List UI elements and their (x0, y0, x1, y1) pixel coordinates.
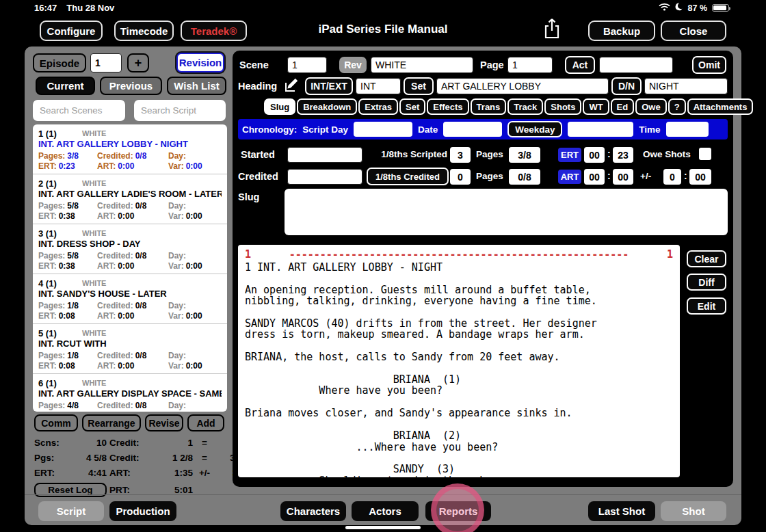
pages-label: Pages: (38, 351, 65, 360)
variance-minutes[interactable]: 0 (663, 169, 681, 185)
set-button[interactable]: Set (404, 77, 434, 95)
day-label: Day: (168, 401, 186, 410)
script-page-number-right: 1 (667, 249, 673, 261)
tab-wish-list[interactable]: Wish List (167, 77, 226, 95)
started-input[interactable] (287, 147, 362, 163)
ert-seconds[interactable]: 23 (613, 147, 633, 163)
weekday-button[interactable]: Weekday (507, 121, 562, 137)
tab-wt[interactable]: WT (583, 98, 609, 115)
tab-ed[interactable]: Ed (611, 98, 635, 115)
tab-current[interactable]: Current (36, 77, 95, 95)
tab-breakdown[interactable]: Breakdown (297, 98, 357, 115)
art-label: ART: (97, 161, 116, 171)
add-scene-button[interactable]: Add (187, 414, 224, 431)
chronology-label: Chronology: (242, 124, 297, 135)
credited-value: 0/8 (135, 301, 147, 310)
eighths-credited-value: 0 (450, 169, 471, 185)
eighths-credited-button[interactable]: 1/8ths Credited (367, 168, 449, 185)
day-night-button[interactable]: D/N (611, 77, 642, 95)
tab-trans[interactable]: Trans (471, 98, 507, 115)
tab-effects[interactable]: Effects (427, 98, 468, 115)
colon: : (607, 148, 611, 159)
edit-heading-pencil-icon[interactable] (283, 77, 300, 96)
production-nav-button[interactable]: Production (109, 501, 176, 521)
scene-color-input[interactable] (371, 57, 473, 73)
scene-number: 5 (1) (38, 328, 82, 338)
scene-list-item-1[interactable]: 1 (1)WHITE INT. ART GALLERY LOBBY - NIGH… (33, 124, 227, 174)
reports-nav-button[interactable]: Reports (425, 501, 491, 521)
characters-nav-button[interactable]: Characters (280, 501, 346, 521)
scene-number-input[interactable] (287, 57, 327, 73)
credited-label: Credited: (97, 151, 133, 161)
scene-list-item-4[interactable]: 4 (1)WHITE INT. SANDY'S HOUSE - LATER Pa… (33, 274, 227, 324)
int-ext-button[interactable]: INT/EXT (305, 77, 353, 95)
act-button[interactable]: Act (565, 56, 595, 74)
tab-track[interactable]: Track (507, 98, 543, 115)
rearrange-button[interactable]: Rearrange (82, 414, 141, 431)
act-input[interactable] (599, 57, 673, 73)
tab-slug[interactable]: Slug (264, 98, 295, 115)
day-night-input[interactable] (644, 78, 728, 94)
configure-button[interactable]: Configure (40, 21, 103, 41)
time-input[interactable] (666, 122, 709, 137)
revision-button[interactable]: Revision (176, 53, 224, 72)
int-ext-input[interactable] (356, 78, 401, 94)
scene-list-item-3[interactable]: 3 (1)WHITE INT. DRESS SHOP - DAY Pages:5… (33, 224, 227, 274)
edit-button[interactable]: Edit (687, 297, 726, 315)
last-shot-nav-button[interactable]: Last Shot (588, 501, 655, 521)
owe-shots-checkbox[interactable] (699, 148, 711, 160)
plus-minus-sign: +/- (196, 468, 213, 478)
close-button[interactable]: Close (661, 21, 726, 41)
set-name-input[interactable] (436, 78, 609, 94)
actors-nav-button[interactable]: Actors (352, 501, 419, 521)
scene-list[interactable]: 1 (1)WHITE INT. ART GALLERY LOBBY - NIGH… (33, 124, 227, 412)
script-view[interactable]: 1 --------------------------------------… (238, 245, 680, 477)
scene-list-item-5[interactable]: 5 (1)WHITE INT. RCUT WITH Pages:1/8 Cred… (33, 324, 227, 374)
rev-button[interactable]: Rev (339, 57, 367, 73)
shot-nav-button[interactable]: Shot (661, 501, 726, 521)
date-input[interactable] (443, 122, 502, 137)
diff-button[interactable]: Diff (687, 274, 726, 291)
tab-question[interactable]: ? (668, 98, 686, 115)
scns-value: 10 (68, 438, 107, 448)
art-minutes[interactable]: 00 (584, 169, 605, 185)
add-episode-button[interactable]: + (127, 53, 149, 72)
backup-button[interactable]: Backup (588, 21, 655, 41)
scene-detail-panel: Scene Rev Page Act Omit Heading INT/EXT … (233, 51, 733, 487)
variance-seconds[interactable]: 00 (689, 169, 711, 185)
slug-textarea[interactable] (285, 189, 728, 235)
comm-button[interactable]: Comm (34, 414, 78, 431)
ert-total-label: ERT: (34, 468, 66, 478)
omit-button[interactable]: Omit (692, 56, 726, 74)
tab-attachments[interactable]: Attachments (687, 98, 754, 115)
scene-list-item-2[interactable]: 2 (1)WHITE INT. ART GALLERY LADIE'S ROOM… (33, 174, 227, 224)
tab-set[interactable]: Set (399, 98, 425, 115)
art-seconds[interactable]: 00 (613, 169, 633, 185)
timecode-button[interactable]: Timecode (114, 21, 174, 41)
day-label: Day: (168, 151, 186, 161)
search-scenes-input[interactable] (33, 100, 125, 121)
teradek-button[interactable]: Teradek® (181, 21, 247, 41)
script-day-input[interactable] (354, 122, 412, 137)
var-value: 0:00 (186, 161, 202, 171)
credit-pages-value: 1 2/8 (155, 453, 193, 463)
plus-minus-label: +/- (640, 171, 651, 181)
script-nav-button[interactable]: Script (38, 501, 104, 521)
ert-minutes[interactable]: 00 (584, 147, 605, 163)
credited-input[interactable] (287, 169, 362, 185)
revise-button[interactable]: Revise (145, 414, 183, 431)
share-icon[interactable] (543, 18, 562, 41)
tab-shots[interactable]: Shots (544, 98, 581, 115)
scene-list-item-6[interactable]: 6 (1)WHITE INT. ART GALLERY DISPLAY SPAC… (33, 374, 227, 412)
tab-extras[interactable]: Extras (358, 98, 398, 115)
episode-button[interactable]: Episode (33, 53, 86, 72)
tab-previous[interactable]: Previous (100, 77, 162, 95)
home-indicator[interactable] (345, 526, 421, 529)
weekday-input[interactable] (568, 122, 633, 137)
pgs-label: Pgs: (34, 453, 66, 463)
search-script-input[interactable] (134, 100, 226, 121)
page-number-input[interactable] (507, 57, 553, 73)
clear-button[interactable]: Clear (687, 250, 726, 267)
episode-number-input[interactable] (90, 53, 122, 72)
tab-owe[interactable]: Owe (635, 98, 666, 115)
